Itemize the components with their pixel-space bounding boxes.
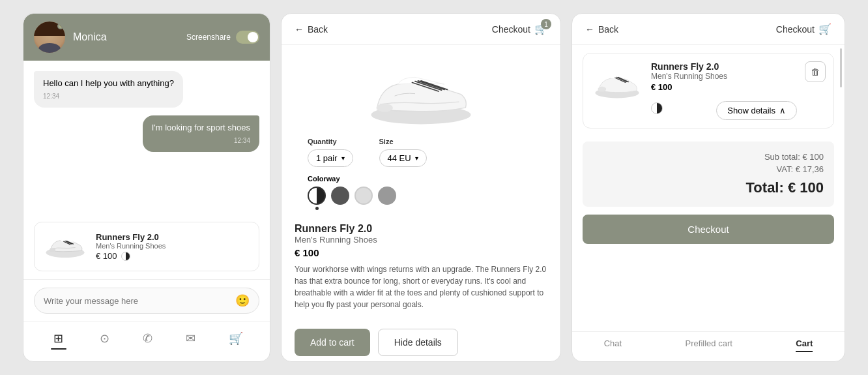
product-detail-info: Runners Fly 2.0 Men's Running Shoes € 10… xyxy=(282,215,560,318)
message-text: I'm looking for sport shoes xyxy=(152,123,250,132)
tab-chat[interactable]: Chat xyxy=(604,338,622,352)
quantity-select[interactable]: 1 pair ▾ xyxy=(308,149,353,167)
tab-prefilled-cart[interactable]: Prefilled cart xyxy=(686,338,732,352)
emoji-icon[interactable]: 🙂 xyxy=(235,293,250,308)
cart-item-info: Runners Fly 2.0 Men's Running Shoes € 10… xyxy=(651,61,797,120)
back-label: Back xyxy=(598,24,618,35)
chat-icon: ⊞ xyxy=(53,331,63,346)
subtotal-value: € 100 xyxy=(802,152,824,162)
hide-details-button[interactable]: Hide details xyxy=(378,329,458,356)
color-swatch-medium-gray[interactable] xyxy=(378,187,396,205)
checkout-button[interactable]: Checkout 🛒 1 xyxy=(492,23,547,35)
size-select[interactable]: 44 EU ▾ xyxy=(379,149,427,167)
product-info: Runners Fly 2.0 Men's Running Shoes € 10… xyxy=(96,232,166,261)
message-text: Hello can I help you with anything? xyxy=(43,78,174,88)
notification-dot xyxy=(57,23,64,29)
chat-product-card[interactable]: Runners Fly 2.0 Men's Running Shoes € 10… xyxy=(34,222,259,271)
back-arrow-icon: ← xyxy=(585,24,594,35)
nav-messenger[interactable]: ⊙ xyxy=(92,329,117,352)
cart-header: ← Back Checkout 🛒 xyxy=(572,14,845,45)
color-swatch-small xyxy=(121,252,130,261)
add-to-cart-button[interactable]: Add to cart xyxy=(295,329,370,356)
screenshare-row: Screenshare xyxy=(186,31,259,44)
total-label: Total: xyxy=(746,179,784,196)
subtotal-label: Sub total: xyxy=(764,152,800,162)
show-details-button[interactable]: Show details ∧ xyxy=(716,101,797,120)
product-detail-sub: Men's Running Shoes xyxy=(295,235,547,245)
chat-header: Monica Screenshare xyxy=(23,14,270,61)
chat-input-row[interactable]: 🙂 xyxy=(34,288,259,314)
product-name: Runners Fly 2.0 xyxy=(96,232,166,242)
cart-badge: 1 xyxy=(541,19,551,29)
cart-icon: 🛒 xyxy=(229,331,243,346)
mail-icon: ✉ xyxy=(186,331,195,346)
chat-panel: Monica Screenshare Hello can I help you … xyxy=(23,13,270,362)
back-button[interactable]: ← Back xyxy=(295,24,328,35)
vat-value: € 17,36 xyxy=(796,164,824,174)
back-label: Back xyxy=(308,24,328,35)
quantity-option: Quantity 1 pair ▾ xyxy=(308,138,353,167)
message-time: 12:34 xyxy=(152,136,250,145)
chat-input-area: 🙂 xyxy=(23,279,270,322)
screenshare-label: Screenshare xyxy=(186,33,231,42)
tab-cart[interactable]: Cart xyxy=(796,338,813,352)
screenshare-toggle[interactable] xyxy=(236,31,259,44)
svg-point-1 xyxy=(50,248,55,252)
cart-icon: 🛒 xyxy=(818,23,832,35)
chevron-down-icon: ▾ xyxy=(341,155,345,162)
chevron-down-icon: ▾ xyxy=(415,155,418,162)
agent-name: Monica xyxy=(73,31,179,43)
product-panel: ← Back Checkout 🛒 1 xyxy=(281,13,561,362)
messenger-icon: ⊙ xyxy=(100,331,109,346)
svg-point-3 xyxy=(377,104,393,112)
nav-chat[interactable]: ⊞ xyxy=(43,329,74,352)
product-options: Quantity 1 pair ▾ Size 44 EU ▾ xyxy=(295,138,547,167)
total-row: Total: € 100 xyxy=(593,179,824,196)
nav-cart[interactable]: 🛒 xyxy=(221,329,251,352)
nav-whatsapp[interactable]: ✆ xyxy=(135,329,160,352)
colorway-label: Colorway xyxy=(308,175,534,183)
product-thumbnail xyxy=(42,230,88,263)
product-images xyxy=(295,45,547,138)
checkout-label: Checkout xyxy=(492,24,530,35)
checkout-action: Checkout xyxy=(583,215,834,244)
product-header: ← Back Checkout 🛒 1 xyxy=(282,14,560,45)
chat-navigation: ⊞ ⊙ ✆ ✉ 🛒 xyxy=(23,322,270,361)
svg-point-5 xyxy=(598,87,606,92)
scrollbar xyxy=(840,48,842,87)
cart-item: Runners Fly 2.0 Men's Running Shoes € 10… xyxy=(583,53,834,128)
color-swatch-black-white[interactable] xyxy=(308,187,326,205)
message-sent-1: I'm looking for sport shoes 12:34 xyxy=(143,115,259,152)
product-sub: Men's Running Shoes xyxy=(96,242,166,250)
cart-item-sub: Men's Running Shoes xyxy=(651,72,797,81)
back-arrow-icon: ← xyxy=(295,24,304,35)
chat-messages: Hello can I help you with anything? 12:3… xyxy=(23,61,270,222)
cart-item-name: Runners Fly 2.0 xyxy=(651,61,797,72)
selected-indicator xyxy=(315,207,319,210)
product-detail-desc: Your workhorse with wings returns with a… xyxy=(295,263,547,310)
chevron-up-icon: ∧ xyxy=(779,106,786,115)
checkout-action-button[interactable]: Checkout xyxy=(583,215,834,244)
colorway-options xyxy=(308,187,534,210)
message-input[interactable] xyxy=(44,296,235,306)
cart-tabs: Chat Prefilled cart Cart xyxy=(572,331,845,361)
product-detail-name: Runners Fly 2.0 xyxy=(295,223,547,235)
color-swatch-dark-gray[interactable] xyxy=(331,187,349,205)
color-swatch-light[interactable] xyxy=(354,187,373,205)
color-option-1[interactable] xyxy=(308,187,326,210)
product-price: € 100 xyxy=(96,251,166,261)
size-option: Size 44 EU ▾ xyxy=(379,138,427,167)
total-value: € 100 xyxy=(788,179,824,196)
delete-item-button[interactable]: 🗑 xyxy=(805,61,826,82)
avatar xyxy=(34,22,65,53)
vat-row: VAT: € 17,36 xyxy=(593,164,824,174)
cart-item-price: € 100 xyxy=(651,82,797,92)
vat-label: VAT: xyxy=(776,164,793,174)
subtotal-row: Sub total: € 100 xyxy=(593,152,824,162)
cart-item-thumbnail xyxy=(591,61,643,100)
back-button[interactable]: ← Back xyxy=(585,24,618,35)
nav-mail[interactable]: ✉ xyxy=(178,329,203,352)
checkout-button[interactable]: Checkout 🛒 xyxy=(776,23,832,35)
product-detail-price: € 100 xyxy=(295,247,547,258)
colorway-section: Colorway xyxy=(295,167,547,210)
